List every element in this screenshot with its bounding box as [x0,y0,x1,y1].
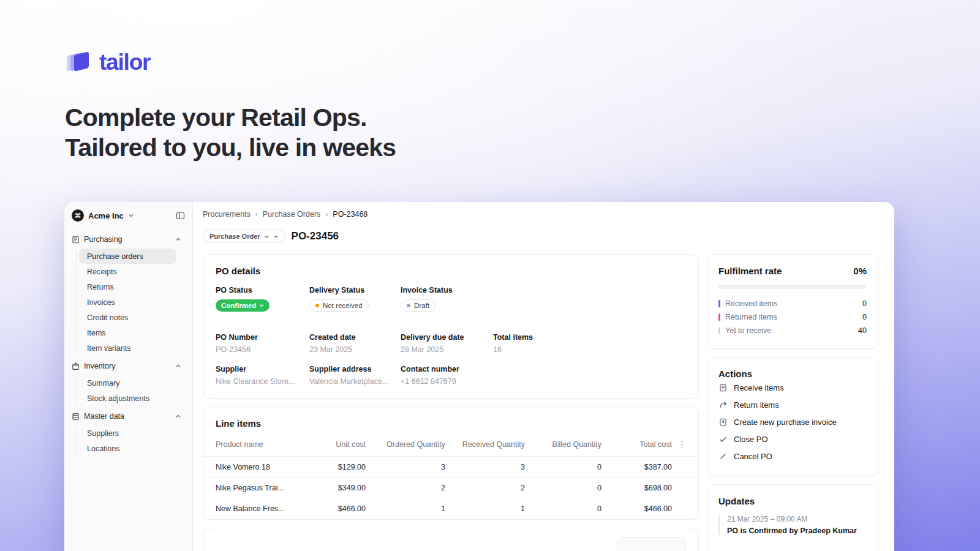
orange-dot-icon [315,304,319,307]
action-close-po[interactable]: Close PO [718,430,867,448]
hero-headline: Complete your Retail Ops. Tailored to yo… [65,103,396,163]
action-receive-items[interactable]: Receive items [718,379,867,396]
line-items-card: Line items Product name Unit cost Ordere… [203,407,699,520]
sidebar-collapse-button[interactable] [176,211,185,220]
field-label: PO Number [216,333,309,342]
inventory-items: Summary Stock adjustments [72,375,185,406]
cell-received-quantity: 1 [445,504,525,513]
action-return-items[interactable]: Return items [718,396,867,413]
org-name: Acme Inc [88,211,124,220]
cell-total-cost: $698.00 [601,484,672,492]
divider [216,323,686,323]
record-type-label: Purchase Order [209,233,260,240]
column-total-cost: Total cost [601,440,672,449]
field-label: Total items [493,333,686,342]
updates-card: Updates 21 Mar 2025 – 09:00 AM PO is Con… [707,484,878,551]
sidebar-item-purchase-orders[interactable]: Purchase orders [79,249,176,264]
document-icon [72,236,80,244]
sidebar-item-items[interactable]: Items [79,325,176,340]
sidebar: ⌘ Acme Inc Purchasing Purchase orders Re… [64,202,193,551]
cell-product-name: Nike Vomero 18 [216,463,307,471]
kebab-menu-icon[interactable]: ⋮ [672,440,686,449]
org-switcher[interactable]: ⌘ Acme Inc [72,208,185,223]
cell-product-name: New Balance Fres... [216,504,307,513]
table-row[interactable]: Nike Vomero 18 $129.00 3 3 0 $387.00 [203,457,698,478]
breadcrumb-purchase-orders[interactable]: Purchase Orders [263,210,320,219]
actions-title: Actions [718,369,867,379]
action-label: Receive items [734,383,784,392]
sidebar-section-purchasing[interactable]: Purchasing [72,231,185,247]
cell-received-quantity: 2 [445,484,525,492]
org-avatar: ⌘ [72,209,84,222]
hero-header: tailor [65,48,150,77]
breadcrumb-procurements[interactable]: Procurements [203,210,251,219]
database-icon [72,413,80,421]
cell-unit-cost: $129.00 [307,463,366,471]
fulfilment-percent: 0% [853,266,867,276]
brand-wordmark: tailor [99,50,150,75]
badge-label: Not received [323,302,363,309]
legend-yet-to-receive: Yet to receive 40 [718,324,867,337]
sidebar-item-invoices[interactable]: Invoices [79,294,176,310]
field-label: Invoice Status [401,286,453,294]
chevron-up-icon [175,363,181,369]
sidebar-section-master-data[interactable]: Master data [72,408,185,424]
field-label: Supplier address [309,365,401,373]
sidebar-item-item-variants[interactable]: Item variants [79,340,176,356]
sidebar-item-summary[interactable]: Summary [79,375,176,391]
record-type-switcher[interactable]: Purchase Order [203,230,285,243]
column-received-quantity: Received Quantity [445,440,525,449]
sidebar-item-stock-adjustments[interactable]: Stock adjustments [79,391,176,406]
sidebar-item-receipts[interactable]: Receipts [79,264,176,279]
delivery-status-badge: Not received [309,299,369,312]
cell-unit-cost: $466.00 [307,504,366,513]
chevron-down-icon [264,234,270,239]
cell-billed-quantity: 0 [525,463,601,471]
delivery-status-field: Delivery Status Not received [309,286,401,312]
badge-label: Draft [414,302,429,309]
cutoff-button[interactable] [617,537,686,551]
fulfilment-legend: Received items 0 Returned items 0 Yet to… [718,297,867,337]
supplier-address-value: Valencia Marketplace... [309,377,401,386]
chevron-up-icon [273,234,279,239]
sidebar-item-suppliers[interactable]: Suppliers [79,425,176,441]
updates-title: Updates [718,496,867,506]
field-label: PO Status [216,286,309,294]
supplier-value: Nike Clearance Store... [216,377,309,386]
sidebar-item-returns[interactable]: Returns [79,279,176,294]
field-label: Supplier [216,365,309,373]
gray-tick-icon [718,327,720,334]
title-row: Purchase Order PO-23456 [203,230,894,243]
headline-line-1: Complete your Retail Ops. [65,103,396,133]
po-status-field: PO Status Confirmed [216,286,309,312]
action-cancel-po[interactable]: Cancel PO [718,448,867,465]
table-row[interactable]: New Balance Fres... $466.00 1 1 0 $466.0… [203,498,698,519]
right-column: Fulfilment rate 0% Received items 0 Retu… [707,254,878,551]
legend-value: 0 [862,299,867,308]
cell-billed-quantity: 0 [525,484,601,492]
po-status-badge[interactable]: Confirmed [216,299,270,312]
sidebar-item-credit-notes[interactable]: Credit notes [79,310,176,325]
sidebar-section-inventory[interactable]: Inventory [72,358,185,374]
table-row[interactable]: Nike Pegasus Trai... $349.00 2 2 0 $698.… [203,478,698,498]
update-timestamp: 21 Mar 2025 – 09:00 AM [727,515,867,523]
slash-icon [718,452,728,460]
cell-ordered-quantity: 2 [366,484,445,492]
field-label: Delivery due date [401,333,493,342]
action-create-purchase-invoice[interactable]: Create new purchase invoice [718,413,867,430]
legend-value: 40 [858,326,867,335]
status-row: PO Status Confirmed Delivery Status Not … [216,286,686,312]
sidebar-item-locations[interactable]: Locations [79,441,176,456]
gray-dot-icon [407,304,410,307]
brand-logo: tailor [65,48,150,77]
breadcrumb-current: PO-23468 [333,210,368,219]
section-label: Purchasing [84,235,171,244]
update-entry: 21 Mar 2025 – 09:00 AM PO is Confirmed b… [718,515,867,535]
fulfilment-title: Fulfilment rate [718,266,782,276]
cell-billed-quantity: 0 [525,504,601,513]
main-content: Procurements › Purchase Orders › PO-2346… [193,202,894,551]
indigo-tick-icon [718,300,720,307]
cell-total-cost: $387.00 [601,463,672,471]
cell-total-cost: $466.00 [601,504,672,513]
actions-card: Actions Receive items Return items [707,357,878,476]
